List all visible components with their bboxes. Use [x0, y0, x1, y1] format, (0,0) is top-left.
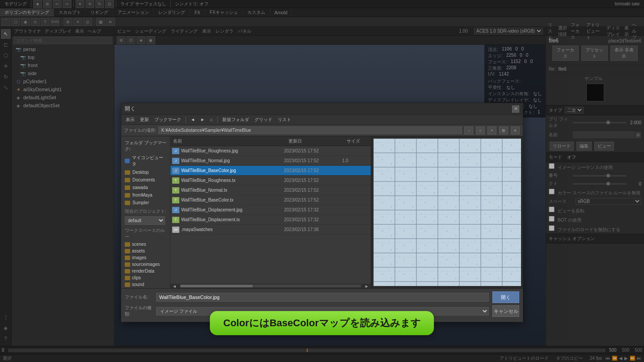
svg-rect-9	[373, 139, 521, 286]
texture-preview	[373, 139, 521, 286]
folder-sourceimages-icon	[125, 262, 130, 267]
file-list: J WallTileBlue_Roughness.jpg 2023/02/15 …	[170, 146, 371, 284]
file-date-0: 2023/02/15 17:52	[284, 148, 342, 153]
file-icon-3: T	[172, 177, 179, 184]
modal-tool-home[interactable]: ⌂	[208, 117, 216, 122]
folder-icon-frommaya	[125, 193, 130, 198]
col-name[interactable]: 名前	[170, 137, 286, 145]
folder-icon-desktop	[125, 170, 130, 175]
bookmark-section-label: フォルダ ブックマーク:	[121, 138, 170, 153]
file-date-6: 2023/02/15 17:32	[284, 207, 342, 212]
file-date-3: 2023/02/15 17:52	[284, 178, 342, 183]
modal-close-button[interactable]: ✕	[512, 105, 519, 113]
location-list-btn[interactable]: ≡	[511, 126, 520, 135]
bookmark-desktop[interactable]: Desktop	[121, 168, 170, 176]
location-label: ファイルの場所:	[124, 127, 157, 134]
folder-icon-docs	[125, 178, 130, 182]
file-date-7: 2023/02/15 17:32	[284, 217, 342, 222]
modal-location-bar: ファイルの場所: → ☆ + ⊞ ≡	[121, 125, 523, 136]
file-row-8[interactable]: sw .mayaSwatches 2023/02/15 17:36	[170, 225, 371, 235]
filename-label: ファイル名:	[125, 294, 156, 300]
modal-tool-back[interactable]: ◄	[188, 117, 198, 122]
project-select[interactable]: default	[125, 216, 165, 225]
file-row-7[interactable]: T WallTileBlue_Displacement.tx 2023/02/1…	[170, 215, 371, 225]
open-file-dialog: 開く ✕ 表示 更新 ブックマーク ◄ ► ⌂ 新規フォルダ グリッド リスト …	[121, 103, 523, 322]
bookmark-documents[interactable]: Documents	[121, 176, 170, 184]
modal-toolbar: 表示 更新 ブックマーク ◄ ► ⌂ 新規フォルダ グリッド リスト	[121, 115, 523, 125]
ws-assets[interactable]: assets	[125, 248, 166, 254]
modal-tool-show[interactable]: 表示	[123, 117, 137, 123]
file-row-2[interactable]: J WallTileBlue_BaseColor.jpg 2023/02/15 …	[170, 166, 371, 176]
location-newfolder-btn[interactable]: +	[487, 126, 496, 135]
file-icon-2: J	[172, 168, 179, 174]
file-icon-6: J	[172, 207, 179, 213]
scrollbar-thumb[interactable]	[180, 285, 253, 287]
location-path-input[interactable]	[158, 126, 462, 134]
cancel-button[interactable]: キャンセル	[492, 305, 519, 317]
ws-clips[interactable]: clips	[125, 274, 166, 281]
modal-tool-grid[interactable]: グリッド	[252, 117, 275, 123]
filename-input[interactable]	[156, 293, 489, 302]
file-row-3[interactable]: T WallTileBlue_Roughness.tx 2023/02/15 1…	[170, 176, 371, 185]
filename-row: ファイル名: 開く	[125, 291, 519, 303]
file-date-1: 2023/02/15 17:52	[284, 158, 342, 163]
location-bookmark-btn[interactable]: ☆	[476, 126, 485, 135]
folder-sound-icon	[125, 282, 130, 287]
modal-left-bookmarks: フォルダ ブックマーク: マイコンピュータ Desktop Documents …	[121, 136, 170, 288]
modal-title: 開く	[125, 105, 512, 113]
modal-tool-newfolder[interactable]: 新規フォルダ	[220, 117, 252, 123]
file-icon-5: T	[172, 197, 179, 203]
modal-tool-bookmark[interactable]: ブックマーク	[152, 117, 184, 123]
file-name-4: WallTileBlue_Normal.tx	[181, 188, 284, 193]
modal-file-list-area: 名前 更新日 サイズ J WallTileBlue_Roughness.jpg …	[170, 136, 371, 288]
ws-sound[interactable]: sound	[125, 281, 166, 288]
location-grid-btn[interactable]: ⊞	[499, 126, 508, 135]
file-name-7: WallTileBlue_Displacement.tx	[181, 217, 284, 222]
filetype-label: ファイルの種類:	[125, 305, 156, 317]
bookmark-mycomputer[interactable]: マイコンピュータ	[121, 153, 170, 168]
modal-tool-fwd[interactable]: ►	[198, 117, 208, 122]
ws-scenes[interactable]: scenes	[125, 241, 166, 248]
file-row-6[interactable]: J WallTileBlue_Displacement.jpg 2023/02/…	[170, 205, 371, 215]
location-go-btn[interactable]: →	[464, 126, 473, 135]
file-list-header: 名前 更新日 サイズ	[170, 136, 371, 146]
file-row-0[interactable]: J WallTileBlue_Roughness.jpg 2023/02/15 …	[170, 146, 371, 156]
scroll-arrow-left[interactable]: ◄	[170, 284, 178, 289]
modal-titlebar: 開く ✕	[121, 103, 523, 115]
modal-tool-list[interactable]: リスト	[275, 117, 294, 123]
file-row-5[interactable]: T WallTileBlue_BaseColor.tx 2023/02/15 1…	[170, 195, 371, 205]
ws-images[interactable]: images	[125, 254, 166, 261]
ws-renderdata[interactable]: renderData	[125, 268, 166, 274]
file-name-3: WallTileBlue_Roughness.tx	[181, 178, 284, 183]
project-section-label: 現在のプロジェクト:	[121, 206, 170, 215]
scroll-arrow-right[interactable]: ►	[363, 284, 371, 289]
file-icon-1: J	[172, 158, 179, 164]
file-date-4: 2023/02/15 17:52	[284, 188, 342, 193]
file-row-1[interactable]: J WallTileBlue_Normal.jpg 2023/02/15 17:…	[170, 156, 371, 166]
file-name-0: WallTileBlue_Roughness.jpg	[181, 148, 284, 153]
folder-icon-sawada	[125, 185, 130, 190]
modal-body: フォルダ ブックマーク: マイコンピュータ Desktop Documents …	[121, 136, 523, 288]
file-row-4[interactable]: T WallTileBlue_Normal.tx 2023/02/15 17:5…	[170, 185, 371, 195]
modal-overlay: 開く ✕ 表示 更新 ブックマーク ◄ ► ⌂ 新規フォルダ グリッド リスト …	[0, 0, 644, 362]
computer-icon	[125, 159, 130, 163]
folder-assets-icon	[125, 249, 130, 253]
modal-tool-refresh[interactable]: 更新	[137, 117, 152, 123]
folder-icon-sumpler	[125, 201, 130, 205]
ws-sourceimages[interactable]: sourceimages	[125, 261, 166, 268]
bookmark-frommaya[interactable]: fromMaya	[121, 191, 170, 199]
col-size[interactable]: サイズ	[344, 137, 371, 145]
modal-sep2	[217, 117, 218, 123]
open-button[interactable]: 開く	[492, 291, 519, 303]
workspace-items: scenes assets images sourceimages	[121, 241, 170, 288]
file-icon-4: T	[172, 187, 179, 194]
folder-scenes-icon	[125, 242, 130, 247]
file-icon-0: J	[172, 148, 179, 154]
bookmark-sumpler[interactable]: Sumpler	[121, 199, 170, 206]
svg-rect-8	[373, 139, 521, 286]
col-date[interactable]: 更新日	[286, 137, 344, 145]
folder-renderdata-icon	[125, 269, 130, 274]
bookmark-sawada[interactable]: sawada	[121, 184, 170, 191]
file-name-6: WallTileBlue_Displacement.jpg	[181, 207, 284, 212]
scrollbar-track[interactable]	[180, 285, 361, 287]
